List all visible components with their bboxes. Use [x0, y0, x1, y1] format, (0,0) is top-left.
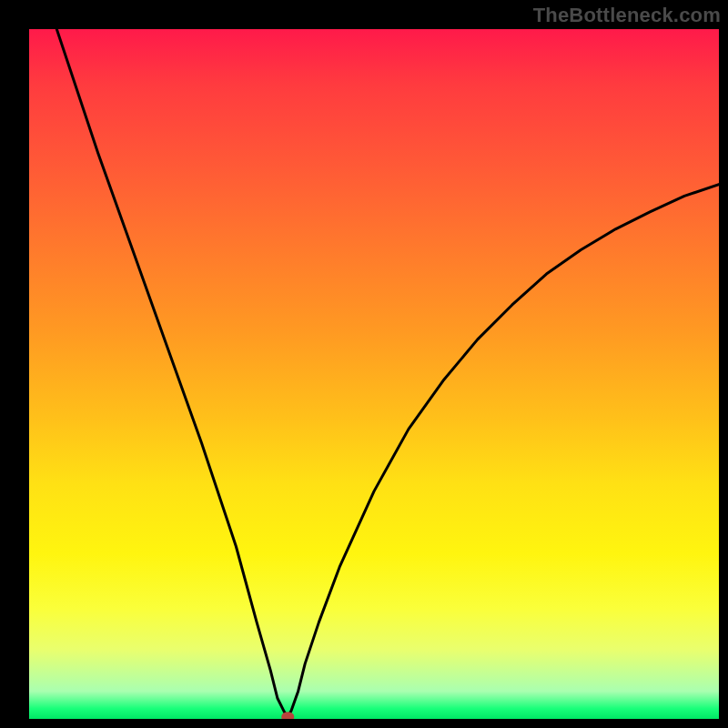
- figure-frame: TheBottleneck.com: [0, 0, 728, 728]
- plot-area: [29, 29, 719, 719]
- bottleneck-curve: [56, 29, 719, 717]
- curve-layer: [29, 29, 719, 719]
- watermark-text: TheBottleneck.com: [533, 4, 721, 27]
